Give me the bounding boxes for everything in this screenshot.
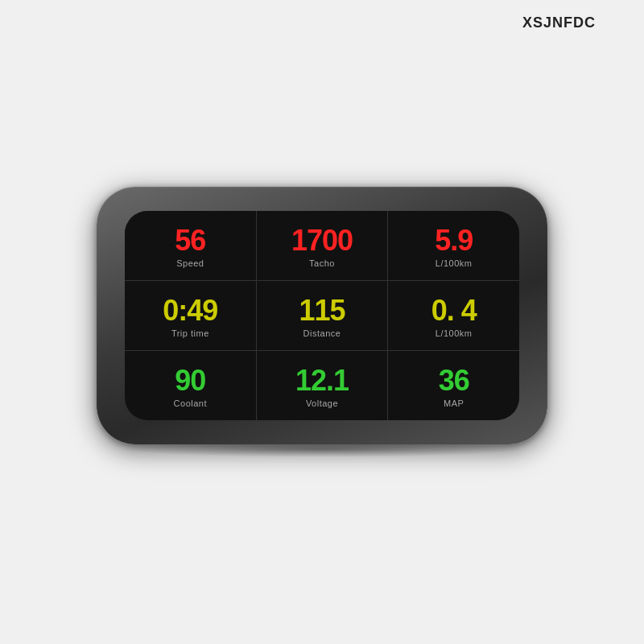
- cell-map-8: 36MAP: [388, 351, 519, 420]
- cell-label-6: Coolant: [174, 398, 207, 408]
- cell-tacho-1: 1700Tacho: [257, 211, 388, 280]
- cell-label-3: Trip time: [171, 328, 209, 338]
- cell-l-100km-5: 0. 4L/100km: [388, 281, 519, 350]
- cell-distance-4: 115Distance: [257, 281, 388, 350]
- cell-value-6: 90: [175, 365, 205, 397]
- cell-label-5: L/100km: [436, 328, 473, 338]
- cell-voltage-7: 12.1Voltage: [257, 351, 388, 420]
- cell-value-2: 5.9: [435, 225, 473, 257]
- cell-label-8: MAP: [444, 398, 464, 408]
- cell-label-4: Distance: [303, 328, 341, 338]
- cell-label-0: Speed: [176, 258, 204, 268]
- cell-speed-0: 56Speed: [125, 211, 256, 280]
- display-grid: 56Speed1700Tacho5.9L/100km0:49Trip time1…: [125, 211, 519, 420]
- cell-value-0: 56: [175, 225, 205, 257]
- cell-l-100km-2: 5.9L/100km: [388, 211, 519, 280]
- cell-value-1: 1700: [291, 225, 353, 257]
- cell-label-2: L/100km: [436, 258, 473, 268]
- cell-value-8: 36: [439, 365, 469, 397]
- cell-trip-time-3: 0:49Trip time: [125, 281, 256, 350]
- cell-coolant-6: 90Coolant: [125, 351, 256, 420]
- cell-value-7: 12.1: [295, 365, 349, 397]
- cell-value-5: 0. 4: [431, 295, 477, 327]
- cell-value-4: 115: [299, 295, 345, 327]
- device-body: 56Speed1700Tacho5.9L/100km0:49Trip time1…: [97, 187, 547, 444]
- cell-value-3: 0:49: [163, 295, 217, 327]
- cell-label-7: Voltage: [306, 398, 338, 408]
- cell-label-1: Tacho: [309, 258, 335, 268]
- brand-label: XSJNFDC: [522, 14, 596, 31]
